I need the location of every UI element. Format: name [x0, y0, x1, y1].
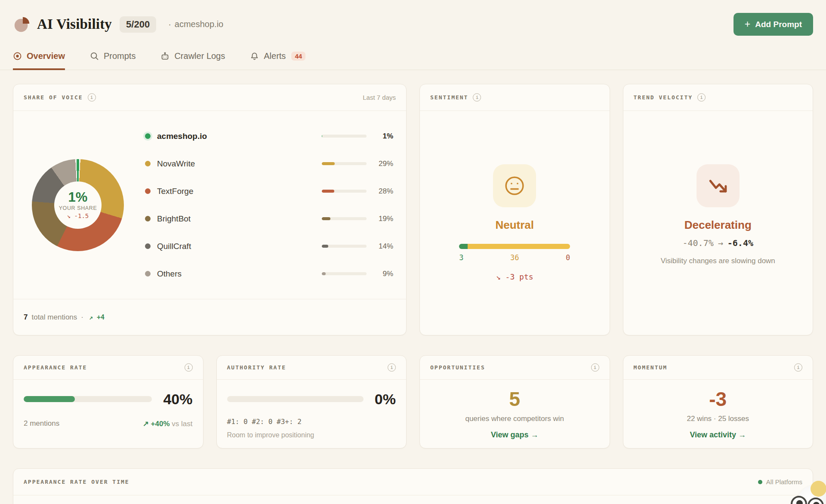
- competitor-bar: [322, 272, 367, 275]
- tab-alerts[interactable]: Alerts 44: [250, 51, 305, 70]
- chat-mascot-widget[interactable]: [790, 479, 826, 504]
- logo-pie-icon: [13, 15, 31, 34]
- competitor-bar: [322, 190, 367, 193]
- neutral-count: 36: [510, 253, 519, 262]
- legend-row[interactable]: Others9%: [145, 269, 393, 279]
- plus-icon: +: [745, 19, 750, 29]
- sentiment-title: SENTIMENT: [430, 94, 468, 101]
- tab-prompts[interactable]: Prompts: [90, 51, 136, 70]
- project-domain: · acmeshop.io: [168, 19, 223, 29]
- your-share-delta: ↘ -1.5: [67, 212, 89, 219]
- legend-row[interactable]: acmeshop.io1%: [145, 131, 393, 141]
- momentum-label: 22 wins · 25 losses: [623, 415, 813, 423]
- view-gaps-link[interactable]: View gaps →: [491, 430, 539, 439]
- info-icon[interactable]: i: [185, 363, 193, 372]
- legend-dot: [145, 188, 151, 194]
- competitor-name: QuillCraft: [157, 242, 322, 251]
- add-prompt-button[interactable]: + Add Prompt: [734, 13, 813, 36]
- app-title: AI Visibility: [37, 16, 112, 32]
- tab-alerts-label: Alerts: [264, 51, 286, 61]
- competitor-share: 29%: [367, 160, 393, 168]
- competitor-share: 1%: [367, 132, 393, 141]
- trend-values: -40.7% → -6.4%: [682, 238, 753, 248]
- legend-dot: [145, 271, 151, 277]
- competitor-share: 9%: [367, 270, 393, 278]
- info-icon[interactable]: i: [88, 93, 96, 101]
- topbar: AI Visibility 5/200 · acmeshop.io + Add …: [0, 0, 826, 36]
- robot-icon: [160, 52, 170, 61]
- appearance-mentions: 2 mentions: [24, 419, 59, 428]
- tab-prompts-label: Prompts: [104, 51, 136, 61]
- appearance-over-time-card: APPEARANCE RATE OVER TIME All Platforms: [13, 468, 813, 504]
- authority-hint: Room to improve positioning: [227, 431, 396, 439]
- share-of-voice-legend: acmeshop.io1%NovaWrite29%TextForge28%Bri…: [142, 131, 406, 279]
- eye-icon: [13, 52, 22, 61]
- info-icon[interactable]: i: [473, 93, 481, 101]
- authority-positions: #1: 0 #2: 0 #3+: 2: [227, 418, 396, 426]
- momentum-title: MOMENTUM: [634, 364, 668, 371]
- sentiment-state: Neutral: [495, 218, 534, 232]
- neutral-face-icon: [493, 164, 536, 207]
- competitor-bar: [322, 162, 367, 165]
- info-icon[interactable]: i: [388, 363, 396, 372]
- brand: AI Visibility 5/200 · acmeshop.io: [13, 15, 223, 34]
- competitor-name: BrightBot: [157, 214, 322, 224]
- trend-description: Visibility changes are slowing down: [661, 256, 775, 267]
- legend-row[interactable]: NovaWrite29%: [145, 159, 393, 169]
- authority-rate-value: 0%: [375, 392, 396, 406]
- positive-count: 3: [459, 253, 463, 262]
- mascot-notification-dot: [811, 481, 826, 497]
- opportunities-label: queries where competitors win: [420, 415, 610, 423]
- competitor-bar: [322, 135, 367, 138]
- view-activity-link[interactable]: View activity →: [690, 430, 746, 439]
- appearance-rate-title: APPEARANCE RATE: [24, 364, 87, 371]
- trend-state: Decelerating: [684, 218, 752, 232]
- info-icon[interactable]: i: [697, 93, 706, 101]
- alerts-count-badge: 44: [291, 52, 305, 61]
- appearance-over-time-title: APPEARANCE RATE OVER TIME: [24, 479, 129, 485]
- competitor-name: Others: [157, 269, 322, 279]
- tab-crawler-logs-label: Crawler Logs: [174, 51, 225, 61]
- trend-velocity-title: TREND VELOCITY: [634, 94, 693, 101]
- tab-crawler-logs[interactable]: Crawler Logs: [160, 51, 225, 70]
- appearance-delta-suffix: vs last: [172, 420, 192, 428]
- domain-separator: ·: [168, 19, 171, 29]
- legend-row[interactable]: TextForge28%: [145, 186, 393, 197]
- opportunities-card: OPPORTUNITIES i 5 queries where competit…: [419, 355, 610, 449]
- legend-row[interactable]: QuillCraft14%: [145, 241, 393, 252]
- legend-row[interactable]: BrightBot19%: [145, 214, 393, 224]
- share-of-voice-card: SHARE OF VOICE i Last 7 days 1% YOUR SHA…: [13, 84, 407, 335]
- arrow-right-icon: →: [718, 238, 723, 248]
- period-label: Last 7 days: [363, 94, 396, 101]
- authority-rate-title: AUTHORITY RATE: [227, 364, 287, 371]
- appearance-delta: ↗ +40%: [143, 420, 170, 428]
- tab-overview-label: Overview: [27, 51, 65, 61]
- competitor-bar: [322, 217, 367, 220]
- add-prompt-label: Add Prompt: [755, 20, 802, 29]
- tab-overview[interactable]: Overview: [13, 51, 65, 70]
- total-mentions-label: total mentions: [31, 313, 77, 322]
- trend-velocity-card: TREND VELOCITY i Decelerating -40.7% → -…: [623, 84, 814, 335]
- share-of-voice-donut-chart: 1% YOUR SHARE ↘ -1.5: [32, 159, 124, 251]
- your-share-label: YOUR SHARE: [59, 205, 97, 211]
- sentiment-counts: 3 36 0: [459, 253, 570, 262]
- momentum-value: -3: [623, 389, 813, 409]
- competitor-share: 14%: [367, 242, 393, 251]
- legend-dot: [145, 161, 151, 166]
- competitor-bar: [322, 245, 367, 248]
- appearance-rate-card: APPEARANCE RATE i 40% 2 mentions ↗ +40% …: [13, 355, 203, 449]
- momentum-card: MOMENTUM i -3 22 wins · 25 losses View a…: [623, 355, 814, 449]
- competitor-name: NovaWrite: [157, 159, 322, 169]
- sentiment-card: SENTIMENT i Neutral 3 36 0 ↘ -3 pts: [419, 84, 610, 335]
- dashboard-grid: SHARE OF VOICE i Last 7 days 1% YOUR SHA…: [0, 70, 826, 504]
- competitor-name: TextForge: [157, 187, 322, 196]
- mentions-delta: ↗ +4: [89, 313, 105, 321]
- trending-down-icon: [697, 164, 740, 207]
- trend-from: -40.7%: [682, 238, 713, 248]
- info-icon[interactable]: i: [794, 363, 802, 372]
- sentiment-gauge: [459, 244, 570, 249]
- search-icon: [90, 52, 99, 61]
- legend-dot: [758, 480, 762, 484]
- info-icon[interactable]: i: [591, 363, 599, 372]
- footer-dot: ·: [81, 313, 83, 322]
